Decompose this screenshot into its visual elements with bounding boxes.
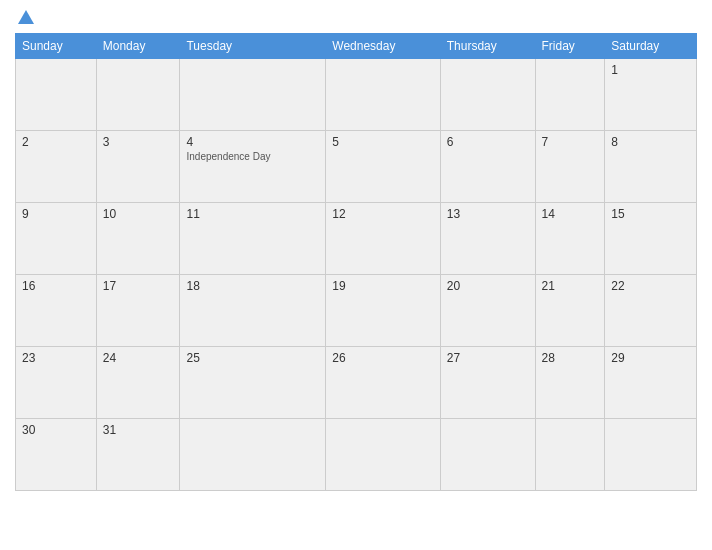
calendar-cell: 11 [180, 203, 326, 275]
day-number: 12 [332, 207, 434, 221]
calendar-cell [605, 419, 697, 491]
day-number: 21 [542, 279, 599, 293]
day-number: 28 [542, 351, 599, 365]
day-number: 7 [542, 135, 599, 149]
calendar-cell [96, 59, 180, 131]
calendar-cell: 13 [440, 203, 535, 275]
day-number: 20 [447, 279, 529, 293]
calendar-cell: 9 [16, 203, 97, 275]
calendar-cell: 2 [16, 131, 97, 203]
day-number: 10 [103, 207, 174, 221]
calendar-cell [440, 419, 535, 491]
calendar-table: SundayMondayTuesdayWednesdayThursdayFrid… [15, 33, 697, 491]
calendar-cell: 16 [16, 275, 97, 347]
calendar-cell: 12 [326, 203, 441, 275]
day-number: 15 [611, 207, 690, 221]
col-header-thursday: Thursday [440, 34, 535, 59]
day-number: 9 [22, 207, 90, 221]
week-row-5: 23242526272829 [16, 347, 697, 419]
day-number: 4 [186, 135, 319, 149]
calendar-cell [326, 59, 441, 131]
calendar-cell: 20 [440, 275, 535, 347]
day-number: 6 [447, 135, 529, 149]
col-header-saturday: Saturday [605, 34, 697, 59]
calendar-cell [16, 59, 97, 131]
calendar-cell: 30 [16, 419, 97, 491]
col-header-sunday: Sunday [16, 34, 97, 59]
calendar-container: SundayMondayTuesdayWednesdayThursdayFrid… [0, 0, 712, 550]
col-header-friday: Friday [535, 34, 605, 59]
day-number: 27 [447, 351, 529, 365]
day-number: 31 [103, 423, 174, 437]
day-number: 13 [447, 207, 529, 221]
calendar-cell [326, 419, 441, 491]
day-number: 14 [542, 207, 599, 221]
calendar-cell: 17 [96, 275, 180, 347]
day-number: 5 [332, 135, 434, 149]
calendar-cell: 19 [326, 275, 441, 347]
calendar-cell [180, 419, 326, 491]
calendar-cell: 27 [440, 347, 535, 419]
day-number: 11 [186, 207, 319, 221]
day-number: 23 [22, 351, 90, 365]
calendar-cell: 10 [96, 203, 180, 275]
week-row-1: 1 [16, 59, 697, 131]
col-header-wednesday: Wednesday [326, 34, 441, 59]
calendar-cell: 3 [96, 131, 180, 203]
calendar-cell: 1 [605, 59, 697, 131]
col-header-monday: Monday [96, 34, 180, 59]
week-row-4: 16171819202122 [16, 275, 697, 347]
calendar-cell [535, 419, 605, 491]
holiday-label: Independence Day [186, 151, 319, 162]
logo [15, 10, 34, 25]
calendar-cell: 28 [535, 347, 605, 419]
logo-triangle-icon [18, 10, 34, 24]
calendar-cell [535, 59, 605, 131]
calendar-cell: 14 [535, 203, 605, 275]
calendar-cell: 7 [535, 131, 605, 203]
calendar-cell: 5 [326, 131, 441, 203]
calendar-cell [180, 59, 326, 131]
calendar-cell: 8 [605, 131, 697, 203]
calendar-cell: 22 [605, 275, 697, 347]
day-number: 19 [332, 279, 434, 293]
day-number: 22 [611, 279, 690, 293]
day-number: 2 [22, 135, 90, 149]
day-number: 24 [103, 351, 174, 365]
col-header-tuesday: Tuesday [180, 34, 326, 59]
week-row-2: 234Independence Day5678 [16, 131, 697, 203]
calendar-cell: 21 [535, 275, 605, 347]
calendar-cell: 15 [605, 203, 697, 275]
day-number: 18 [186, 279, 319, 293]
calendar-cell: 6 [440, 131, 535, 203]
calendar-cell [440, 59, 535, 131]
day-number: 8 [611, 135, 690, 149]
calendar-cell: 4Independence Day [180, 131, 326, 203]
calendar-cell: 23 [16, 347, 97, 419]
calendar-cell: 24 [96, 347, 180, 419]
day-number: 16 [22, 279, 90, 293]
header [15, 10, 697, 25]
calendar-cell: 29 [605, 347, 697, 419]
header-row: SundayMondayTuesdayWednesdayThursdayFrid… [16, 34, 697, 59]
day-number: 1 [611, 63, 690, 77]
day-number: 25 [186, 351, 319, 365]
week-row-3: 9101112131415 [16, 203, 697, 275]
week-row-6: 3031 [16, 419, 697, 491]
day-number: 30 [22, 423, 90, 437]
day-number: 26 [332, 351, 434, 365]
day-number: 3 [103, 135, 174, 149]
calendar-cell: 25 [180, 347, 326, 419]
calendar-cell: 31 [96, 419, 180, 491]
day-number: 29 [611, 351, 690, 365]
calendar-cell: 26 [326, 347, 441, 419]
calendar-cell: 18 [180, 275, 326, 347]
day-number: 17 [103, 279, 174, 293]
